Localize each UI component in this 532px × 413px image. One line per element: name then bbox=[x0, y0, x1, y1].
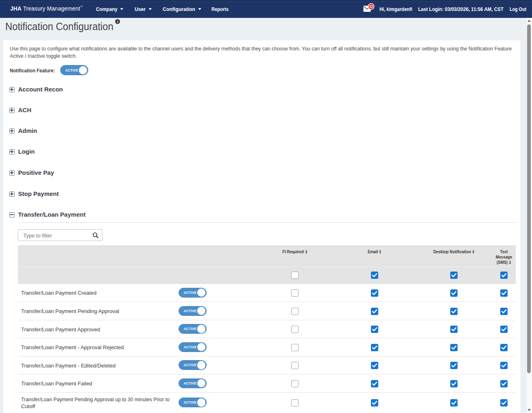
svg-text:22: 22 bbox=[369, 4, 373, 9]
